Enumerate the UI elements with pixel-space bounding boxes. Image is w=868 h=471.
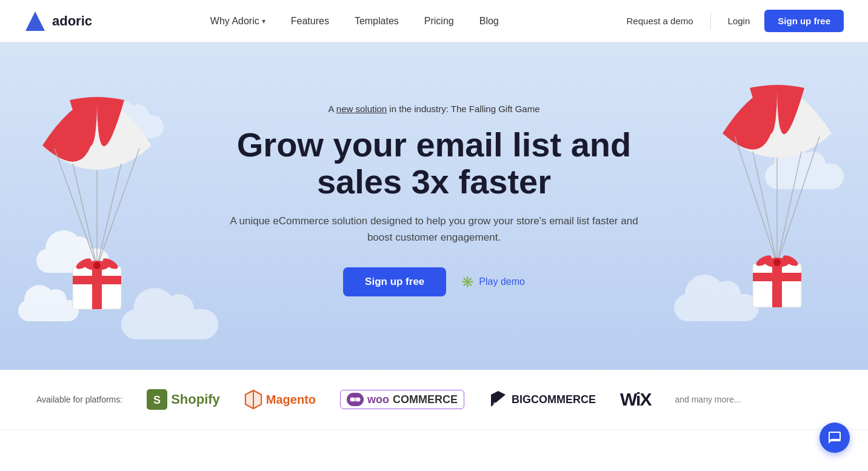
nav-features[interactable]: Features bbox=[281, 11, 339, 32]
svg-line-5 bbox=[97, 164, 121, 267]
shopify-icon: S bbox=[147, 389, 167, 410]
woocommerce-logo: woo COMMERCE bbox=[340, 390, 464, 409]
and-more-text: and many more... bbox=[675, 395, 741, 404]
svg-rect-8 bbox=[92, 267, 102, 309]
platforms-label: Available for platforms: bbox=[36, 395, 122, 404]
svg-point-34 bbox=[356, 398, 361, 402]
parachute-right bbox=[716, 79, 838, 321]
wix-logo: WiX bbox=[620, 389, 650, 410]
magento-logo: Magento bbox=[244, 389, 316, 410]
commerce-text: COMMERCE bbox=[393, 393, 458, 406]
announcement-link[interactable]: new solution bbox=[336, 104, 387, 114]
magento-text: Magento bbox=[266, 393, 316, 407]
woo-icon bbox=[347, 393, 364, 406]
platform-logos: S Shopify Magento woo COMMERCE bbox=[147, 389, 741, 410]
cursor-icon: ✳️ bbox=[461, 275, 474, 289]
wix-text: WiX bbox=[620, 389, 650, 410]
hero-title: Grow your email list and sales 3x faster bbox=[222, 126, 646, 201]
hero-content: A new solution in the industry: The Fall… bbox=[222, 104, 646, 297]
hero-subtitle: A unique eCommerce solution designed to … bbox=[222, 213, 646, 246]
magento-icon bbox=[244, 389, 262, 410]
svg-rect-20 bbox=[772, 264, 782, 307]
chevron-down-icon: ▾ bbox=[262, 17, 265, 25]
svg-line-17 bbox=[777, 152, 801, 264]
parachute-left bbox=[36, 91, 158, 321]
svg-line-3 bbox=[73, 164, 97, 267]
nav-links: Why Adoric ▾ Features Templates Pricing … bbox=[201, 11, 509, 32]
hero-actions: Sign up free ✳️ Play demo bbox=[222, 267, 646, 296]
woo-text: woo bbox=[367, 393, 389, 406]
nav-pricing[interactable]: Pricing bbox=[415, 11, 464, 32]
login-button[interactable]: Login bbox=[718, 11, 760, 31]
svg-text:BIG: BIG bbox=[493, 401, 502, 407]
logo[interactable]: adoric bbox=[24, 10, 92, 32]
nav-divider bbox=[710, 12, 711, 30]
nav-why-adoric[interactable]: Why Adoric ▾ bbox=[201, 11, 275, 32]
svg-marker-0 bbox=[25, 12, 45, 31]
hero-announcement: A new solution in the industry: The Fall… bbox=[222, 104, 646, 114]
parachute-left-svg bbox=[36, 91, 158, 321]
platforms-section: Available for platforms: S Shopify Magen… bbox=[0, 370, 868, 430]
svg-point-25 bbox=[773, 259, 781, 266]
svg-rect-21 bbox=[753, 273, 801, 281]
signup-button-hero[interactable]: Sign up free bbox=[343, 267, 446, 296]
bigcommerce-icon: BIG bbox=[489, 390, 508, 409]
nav-blog[interactable]: Blog bbox=[470, 11, 509, 32]
hero-section: A new solution in the industry: The Fall… bbox=[0, 42, 868, 370]
logo-text: adoric bbox=[52, 13, 92, 29]
svg-point-13 bbox=[93, 262, 101, 269]
bigcommerce-logo: BIG BIGCOMMERCE bbox=[489, 390, 596, 409]
bigcommerce-text: BIGCOMMERCE bbox=[512, 393, 596, 406]
navbar: adoric Why Adoric ▾ Features Templates P… bbox=[0, 0, 868, 42]
parachute-right-svg bbox=[716, 79, 838, 321]
svg-rect-9 bbox=[73, 276, 121, 284]
play-demo-button[interactable]: ✳️ Play demo bbox=[461, 275, 525, 289]
nav-right: Request a demo Login Sign up free bbox=[617, 10, 844, 32]
shopify-logo: S Shopify bbox=[147, 389, 220, 410]
svg-text:S: S bbox=[153, 394, 161, 406]
nav-templates[interactable]: Templates bbox=[345, 11, 409, 32]
logo-icon bbox=[24, 10, 46, 32]
svg-line-15 bbox=[753, 152, 777, 264]
shopify-text: Shopify bbox=[171, 392, 220, 407]
request-demo-link[interactable]: Request a demo bbox=[617, 11, 703, 31]
signup-button-nav[interactable]: Sign up free bbox=[764, 10, 844, 32]
